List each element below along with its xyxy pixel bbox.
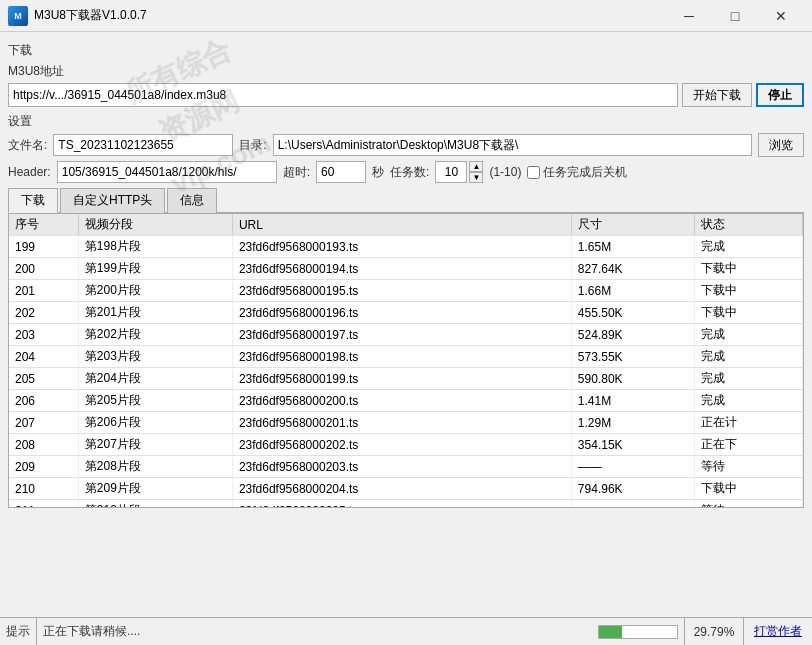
cell-seq: 204 <box>9 346 78 368</box>
cell-status: 完成 <box>695 390 803 412</box>
browse-button[interactable]: 浏览 <box>758 133 804 157</box>
m3u8-section-label: M3U8地址 <box>8 63 804 80</box>
table-row[interactable]: 211 第210片段 23fd6df9568000205.ts —— 等待 <box>9 500 803 509</box>
settings-section-label: 设置 <box>8 113 804 130</box>
table-row[interactable]: 200 第199片段 23fd6df9568000194.ts 827.64K … <box>9 258 803 280</box>
app-icon: M <box>8 6 28 26</box>
spinner-up-button[interactable]: ▲ <box>469 161 483 172</box>
download-table-container[interactable]: 序号 视频分段 URL 尺寸 状态 199 第198片段 23fd6df9568… <box>8 213 804 508</box>
cell-url: 23fd6df9568000197.ts <box>232 324 571 346</box>
cell-status: 完成 <box>695 368 803 390</box>
table-row[interactable]: 207 第206片段 23fd6df9568000201.ts 1.29M 正在… <box>9 412 803 434</box>
cell-seq: 211 <box>9 500 78 509</box>
table-row[interactable]: 210 第209片段 23fd6df9568000204.ts 794.96K … <box>9 478 803 500</box>
cell-url: 23fd6df9568000205.ts <box>232 500 571 509</box>
cell-url: 23fd6df9568000195.ts <box>232 280 571 302</box>
cell-url: 23fd6df9568000198.ts <box>232 346 571 368</box>
filename-label: 文件名: <box>8 137 47 154</box>
table-row[interactable]: 203 第202片段 23fd6df9568000197.ts 524.89K … <box>9 324 803 346</box>
table-row[interactable]: 206 第205片段 23fd6df9568000200.ts 1.41M 完成 <box>9 390 803 412</box>
tab-download[interactable]: 下载 <box>8 188 58 213</box>
task-label: 任务数: <box>390 164 429 181</box>
cell-seq: 200 <box>9 258 78 280</box>
tab-http-header[interactable]: 自定义HTTP头 <box>60 188 165 213</box>
title-bar-buttons: ─ □ ✕ <box>666 0 804 32</box>
author-link[interactable]: 打赏作者 <box>744 623 812 640</box>
cell-url: 23fd6df9568000200.ts <box>232 390 571 412</box>
cell-seg: 第203片段 <box>78 346 232 368</box>
status-hint-text: 正在下载请稍候.... <box>37 623 598 640</box>
cell-status: 正在下 <box>695 434 803 456</box>
shutdown-checkbox[interactable] <box>527 166 540 179</box>
cell-size: 1.66M <box>571 280 694 302</box>
cell-seq: 205 <box>9 368 78 390</box>
table-row[interactable]: 201 第200片段 23fd6df9568000195.ts 1.66M 下载… <box>9 280 803 302</box>
cell-url: 23fd6df9568000194.ts <box>232 258 571 280</box>
cell-status: 下载中 <box>695 280 803 302</box>
cell-seg: 第210片段 <box>78 500 232 509</box>
cell-status: 完成 <box>695 346 803 368</box>
shutdown-label: 任务完成后关机 <box>543 164 627 181</box>
table-row[interactable]: 204 第203片段 23fd6df9568000198.ts 573.55K … <box>9 346 803 368</box>
table-row[interactable]: 199 第198片段 23fd6df9568000193.ts 1.65M 完成 <box>9 236 803 258</box>
maximize-button[interactable]: □ <box>712 0 758 32</box>
status-hint-label: 提示 <box>0 618 37 645</box>
cell-seg: 第201片段 <box>78 302 232 324</box>
cell-status: 下载中 <box>695 302 803 324</box>
cell-size: 354.15K <box>571 434 694 456</box>
table-row[interactable]: 205 第204片段 23fd6df9568000199.ts 590.80K … <box>9 368 803 390</box>
minimize-button[interactable]: ─ <box>666 0 712 32</box>
header-input[interactable] <box>57 161 277 183</box>
cell-size: 573.55K <box>571 346 694 368</box>
cell-size: 794.96K <box>571 478 694 500</box>
cell-seq: 206 <box>9 390 78 412</box>
cell-seq: 203 <box>9 324 78 346</box>
tab-info[interactable]: 信息 <box>167 188 217 213</box>
cell-status: 等待 <box>695 456 803 478</box>
main-content: 下载 M3U8地址 开始下载 停止 设置 文件名: 目录: 浏览 Header:… <box>0 32 812 514</box>
cell-seq: 210 <box>9 478 78 500</box>
progress-bar-fill <box>599 626 622 638</box>
table-row[interactable]: 208 第207片段 23fd6df9568000202.ts 354.15K … <box>9 434 803 456</box>
spinner-buttons: ▲ ▼ <box>469 161 483 183</box>
stop-button[interactable]: 停止 <box>756 83 804 107</box>
table-body: 199 第198片段 23fd6df9568000193.ts 1.65M 完成… <box>9 236 803 509</box>
cell-size: —— <box>571 456 694 478</box>
download-section-label: 下载 <box>8 42 804 59</box>
cell-url: 23fd6df9568000203.ts <box>232 456 571 478</box>
cell-status: 下载中 <box>695 258 803 280</box>
timeout-unit: 秒 <box>372 164 384 181</box>
cell-seg: 第205片段 <box>78 390 232 412</box>
status-bar: 提示 正在下载请稍候.... 29.79% 打赏作者 <box>0 617 812 645</box>
cell-seq: 201 <box>9 280 78 302</box>
col-header-seq: 序号 <box>9 214 78 236</box>
cell-seg: 第207片段 <box>78 434 232 456</box>
url-row: 开始下载 停止 <box>8 83 804 107</box>
filename-input[interactable] <box>53 134 233 156</box>
table-row[interactable]: 202 第201片段 23fd6df9568000196.ts 455.50K … <box>9 302 803 324</box>
header-label: Header: <box>8 165 51 179</box>
dir-input[interactable] <box>273 134 752 156</box>
cell-url: 23fd6df9568000202.ts <box>232 434 571 456</box>
timeout-input[interactable] <box>316 161 366 183</box>
settings-row-1: 文件名: 目录: 浏览 <box>8 133 804 157</box>
url-input[interactable] <box>8 83 678 107</box>
cell-url: 23fd6df9568000199.ts <box>232 368 571 390</box>
cell-seq: 202 <box>9 302 78 324</box>
cell-size: 455.50K <box>571 302 694 324</box>
start-download-button[interactable]: 开始下载 <box>682 83 752 107</box>
cell-seg: 第200片段 <box>78 280 232 302</box>
close-button[interactable]: ✕ <box>758 0 804 32</box>
table-header-row: 序号 视频分段 URL 尺寸 状态 <box>9 214 803 236</box>
cell-seq: 207 <box>9 412 78 434</box>
col-header-url: URL <box>232 214 571 236</box>
spinner-down-button[interactable]: ▼ <box>469 172 483 183</box>
tab-bar: 下载 自定义HTTP头 信息 <box>8 187 804 213</box>
table-row[interactable]: 209 第208片段 23fd6df9568000203.ts —— 等待 <box>9 456 803 478</box>
cell-size: 524.89K <box>571 324 694 346</box>
cell-status: 正在计 <box>695 412 803 434</box>
cell-status: 等待 <box>695 500 803 509</box>
cell-seq: 209 <box>9 456 78 478</box>
task-count-input[interactable] <box>435 161 467 183</box>
cell-seg: 第198片段 <box>78 236 232 258</box>
